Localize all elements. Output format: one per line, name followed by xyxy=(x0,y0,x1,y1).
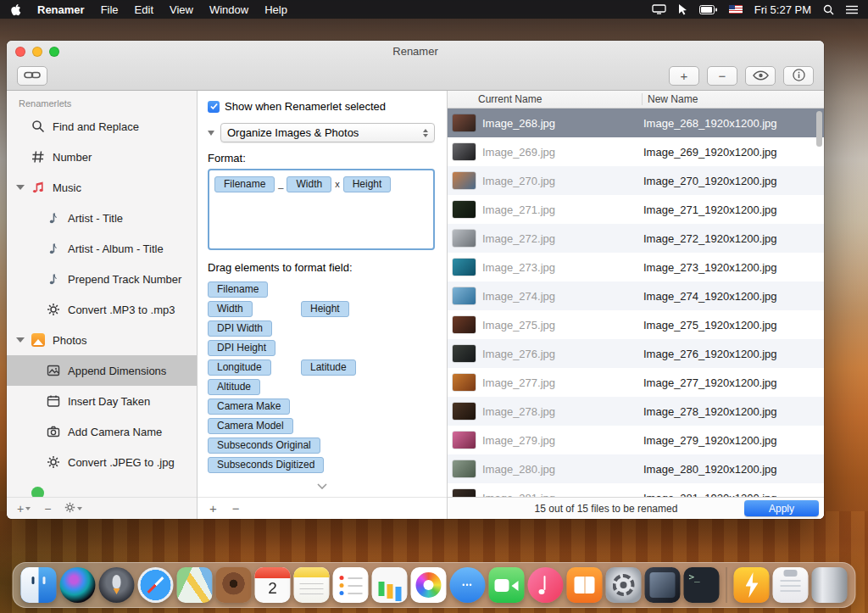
dock-books-icon[interactable] xyxy=(567,567,603,603)
file-row[interactable]: Image_275.jpgImage_275_1920x1200.jpg xyxy=(448,310,824,339)
format-field[interactable]: Filename _ Width x Height xyxy=(208,169,435,250)
spotlight-search-icon[interactable] xyxy=(823,4,834,15)
link-renamerlet-button[interactable] xyxy=(17,66,47,86)
drag-token[interactable]: DPI Width xyxy=(208,320,272,337)
menubar-clock[interactable]: Fri 5:27 PM xyxy=(754,3,811,16)
dock-launchpad-icon[interactable] xyxy=(99,567,135,603)
sidebar-item-add-camera-name[interactable]: Add Camera Name xyxy=(7,416,197,447)
pointer-icon[interactable] xyxy=(678,4,687,15)
zoom-button[interactable] xyxy=(49,47,59,57)
disclosure-triangle-icon[interactable] xyxy=(208,131,214,136)
menu-file[interactable]: File xyxy=(101,3,119,16)
file-row[interactable]: Image_269.jpgImage_269_1920x1200.jpg xyxy=(448,137,824,166)
sidebar-group-photos[interactable]: Photos xyxy=(7,325,197,355)
notification-center-icon[interactable] xyxy=(846,5,858,14)
drag-token[interactable]: Width xyxy=(208,301,253,317)
dock-trash-icon[interactable] xyxy=(812,567,848,603)
file-row[interactable]: Image_281.jpgImage_281_1920x1200.jpg xyxy=(448,483,824,497)
format-token-width[interactable]: Width xyxy=(287,176,331,192)
file-row[interactable]: Image_279.jpgImage_279_1920x1200.jpg xyxy=(448,426,824,454)
file-row[interactable]: Image_268.jpgImage_268_1920x1200.jpg xyxy=(448,109,824,137)
format-separator[interactable]: _ xyxy=(278,176,283,189)
dock-facetime-icon[interactable] xyxy=(489,567,525,603)
format-token-filename[interactable]: Filename xyxy=(214,176,275,192)
dock-photos-icon[interactable] xyxy=(411,567,447,603)
sidebar-item-append-dimensions[interactable]: Append Dimensions xyxy=(7,355,197,386)
drag-token[interactable]: Altitude xyxy=(208,379,260,395)
file-row[interactable]: Image_278.jpgImage_278_1920x1200.jpg xyxy=(448,397,824,426)
dock-clipboard-icon[interactable] xyxy=(773,567,809,603)
file-row[interactable]: Image_276.jpgImage_276_1920x1200.jpg xyxy=(448,339,824,368)
display-icon[interactable] xyxy=(652,4,666,14)
sidebar-item-find-and-replace[interactable]: Find and Replace xyxy=(7,111,197,142)
dock-messages-icon[interactable] xyxy=(450,567,486,603)
drag-token[interactable]: Longitude xyxy=(208,359,271,376)
add-token-button[interactable]: + xyxy=(209,501,217,515)
minimize-button[interactable] xyxy=(32,47,42,57)
dock-system-preferences-icon[interactable] xyxy=(606,567,642,603)
preset-popup-button[interactable]: Organize Images & Photos xyxy=(220,123,435,142)
vertical-scrollbar[interactable] xyxy=(816,111,822,147)
menu-help[interactable]: Help xyxy=(264,3,287,16)
menu-window[interactable]: Window xyxy=(209,3,248,16)
file-row[interactable]: Image_271.jpgImage_271_1920x1200.jpg xyxy=(448,195,824,224)
dock-maps-icon[interactable] xyxy=(177,567,213,603)
preview-button[interactable] xyxy=(745,66,776,86)
sidebar-item-artist-title[interactable]: Artist - Title xyxy=(7,203,197,233)
dock-safari-icon[interactable] xyxy=(138,567,174,603)
apply-button[interactable]: Apply xyxy=(744,500,819,516)
sidebar-group-music[interactable]: Music xyxy=(7,172,197,203)
dock-terminal-icon[interactable] xyxy=(684,567,720,603)
info-button[interactable] xyxy=(783,66,814,86)
format-token-height[interactable]: Height xyxy=(343,176,392,192)
file-row[interactable]: Image_274.jpgImage_274_1920x1200.jpg xyxy=(448,281,824,310)
dock-bolt-app-icon[interactable] xyxy=(734,567,770,603)
dock-reminders-icon[interactable] xyxy=(333,567,369,603)
collapse-chevron-icon[interactable] xyxy=(317,479,327,492)
remove-token-button[interactable]: − xyxy=(232,501,240,515)
drag-token[interactable]: Subseconds Original xyxy=(208,437,320,454)
drag-token[interactable]: Filename xyxy=(208,281,268,298)
add-files-button[interactable]: + xyxy=(669,66,699,86)
column-header-current-name[interactable]: Current Name xyxy=(448,93,643,105)
dock-calendar-icon[interactable]: 2 xyxy=(255,567,291,603)
dock-notes-icon[interactable] xyxy=(294,567,330,603)
disclosure-triangle-icon[interactable] xyxy=(16,185,25,190)
dock-itunes-icon[interactable] xyxy=(528,567,564,603)
column-header-new-name[interactable]: New Name xyxy=(643,93,698,105)
sidebar-item-prepend-track-number[interactable]: Prepend Track Number xyxy=(7,264,197,294)
file-row[interactable]: Image_270.jpgImage_270_1920x1200.jpg xyxy=(448,166,824,195)
file-row[interactable]: Image_277.jpgImage_277_1920x1200.jpg xyxy=(448,368,824,397)
drag-token[interactable]: Subseconds Digitized xyxy=(208,457,324,473)
sidebar-item-partial[interactable] xyxy=(7,477,197,497)
menubar-app-name[interactable]: Renamer xyxy=(37,3,85,16)
input-language-flag-icon[interactable] xyxy=(729,5,743,14)
disclosure-triangle-icon[interactable] xyxy=(16,337,25,343)
sidebar-item-convert-jpeg[interactable]: Convert .JPEG to .jpg xyxy=(7,447,197,477)
file-row[interactable]: Image_272.jpgImage_272_1920x1200.jpg xyxy=(448,224,824,253)
drag-token[interactable]: Camera Model xyxy=(208,418,293,434)
menu-view[interactable]: View xyxy=(170,3,193,16)
menu-edit[interactable]: Edit xyxy=(135,3,153,16)
close-button[interactable] xyxy=(15,47,25,57)
format-separator[interactable]: x xyxy=(335,176,340,189)
show-when-selected-checkbox[interactable] xyxy=(208,101,220,113)
sidebar-item-number[interactable]: Number xyxy=(7,142,197,172)
dock-siri-icon[interactable] xyxy=(60,567,96,603)
drag-token[interactable]: DPI Height xyxy=(208,340,275,356)
sidebar-item-artist-album-title[interactable]: Artist - Album - Title xyxy=(7,233,197,264)
drag-token[interactable]: Camera Make xyxy=(208,398,290,415)
apple-menu-icon[interactable] xyxy=(10,3,21,16)
dock-photo-booth-icon[interactable] xyxy=(216,567,252,603)
sidebar-item-convert-mp3[interactable]: Convert .MP3 to .mp3 xyxy=(7,294,197,325)
file-row[interactable]: Image_273.jpgImage_273_1920x1200.jpg xyxy=(448,253,824,281)
sidebar-action-menu-button[interactable] xyxy=(64,502,82,515)
remove-files-button[interactable]: − xyxy=(707,66,737,86)
dock-finder-icon[interactable] xyxy=(21,567,57,603)
dock-preview-window-icon[interactable] xyxy=(645,567,681,603)
sidebar-item-insert-day-taken[interactable]: Insert Day Taken xyxy=(7,386,197,416)
drag-token[interactable]: Latitude xyxy=(301,359,356,376)
battery-icon[interactable] xyxy=(699,5,717,14)
title-bar[interactable]: Renamer xyxy=(7,41,824,62)
dock-numbers-icon[interactable] xyxy=(372,567,408,603)
